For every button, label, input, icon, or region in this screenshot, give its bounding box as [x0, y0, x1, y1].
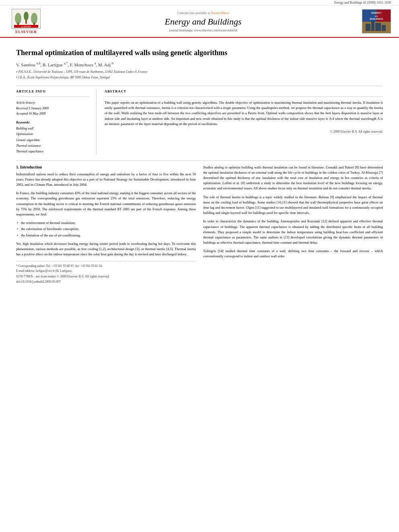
article-history: Article history: Received 3 January 2009… [16, 100, 90, 117]
footnote-email: E-mail address: lartigue@cict.fr (B. Lar… [16, 269, 196, 273]
svg-rect-13 [366, 24, 370, 31]
col-left: 1. Introduction Industrialized nations n… [16, 165, 196, 284]
footnote-star: * Corresponding author. Tel.: +33 561 55… [16, 264, 196, 269]
svg-point-1 [15, 13, 21, 24]
svg-point-5 [24, 12, 29, 21]
footer-doi: doi:10.1016/j.enbuild.2009.05.007 [16, 280, 196, 283]
svg-text:BUILDINGS: BUILDINGS [370, 18, 383, 20]
journal-homepage: journal homepage: www.elsevier.com/locat… [44, 29, 362, 32]
section1-heading: 1. Introduction [16, 165, 196, 169]
aff-text-1: P.H.A.S.E., Université de Toulouse – UPS… [19, 70, 148, 74]
footer-issn: 0378-7788/$ – see front matter © 2009 El… [16, 275, 196, 278]
elsevier-text: ELSEVIER [15, 30, 37, 34]
kw-4: Thermal resistance [16, 143, 90, 149]
journal-title-center: Contents lists available at ScienceDirec… [44, 11, 362, 32]
right-para3: In order to characterize the dynamics of… [203, 219, 383, 245]
elsevier-logo-box: ELSEVIER [12, 9, 41, 29]
aff-text-2: I.E.A., École Supérieure Polytechnique, … [19, 75, 110, 80]
section-divider [16, 86, 383, 86]
right-para2: The role of thermal inertia in buildings… [203, 195, 383, 216]
article-footer: * Corresponding author. Tel.: +33 561 55… [16, 261, 196, 283]
abstract-label: Abstract [105, 89, 383, 93]
bullet-3: the limitation of the use of air-conditi… [16, 233, 196, 238]
aff-line-2: b I.E.A., École Supérieure Polytechnique… [16, 75, 383, 80]
citation-line: Energy and Buildings 41 (2009) 1031–1036 [0, 0, 399, 6]
body-columns: 1. Introduction Industrialized nations n… [16, 165, 383, 284]
elsevier-logo: ELSEVIER ELSEVIER [8, 9, 44, 34]
affiliations: a P.H.A.S.E., Université de Toulouse – U… [16, 70, 383, 80]
body-para2: In France, the building industry consume… [16, 191, 196, 217]
keywords-section: Keywords: Building wall Optimization Gen… [16, 121, 90, 155]
journal-cover: ENERGY AND BUILDINGS [362, 9, 391, 33]
copyright-line: © 2009 Elsevier B.V. All rights reserved… [105, 130, 383, 134]
page-wrapper: Energy and Buildings 41 (2009) 1031–1036 [0, 0, 399, 532]
article-content: Thermal optimization of multilayered wal… [0, 38, 399, 292]
svg-rect-16 [382, 25, 386, 31]
aff-line-1: a P.H.A.S.E., Université de Toulouse – U… [16, 70, 383, 74]
right-para1: Studies aiming to optimize building wall… [203, 165, 383, 191]
svg-rect-6 [25, 20, 27, 24]
citation-text: Energy and Buildings 41 (2009) 1031–1036 [334, 1, 391, 4]
svg-point-3 [31, 13, 37, 24]
keywords-list: Building wall Optimization Genetic algor… [16, 126, 90, 155]
bullet-2: the valorization of bioclimatic concepti… [16, 226, 196, 232]
article-info-label: Article Info [16, 89, 90, 93]
section1-num: 1. [16, 165, 19, 169]
kw-1: Building wall [16, 126, 90, 131]
info-divider [16, 97, 90, 97]
received-date: Received 3 January 2009 [16, 106, 90, 111]
svg-rect-15 [375, 23, 381, 31]
svg-rect-14 [371, 21, 374, 31]
svg-text:AND: AND [375, 15, 378, 17]
abstract-divider [105, 97, 383, 97]
sciencedirect-link[interactable]: ScienceDirect [211, 11, 229, 15]
body-para3: Yet, high insulation which decreases hea… [16, 241, 196, 257]
article-title: Thermal optimization of multilayered wal… [16, 48, 383, 58]
abstract-text: This paper reports on an optimization of… [105, 100, 383, 127]
elsevier-tree-icon: ELSEVIER [12, 10, 40, 28]
col-right: Studies aiming to optimize building wall… [203, 165, 383, 284]
bullet-1: the reinforcement of thermal insulation; [16, 220, 196, 226]
accepted-date: Accepted 16 May 2009 [16, 111, 90, 117]
svg-text:ELSEVIER: ELSEVIER [21, 25, 31, 28]
svg-text:ENERGY: ENERGY [371, 12, 381, 14]
body-divider [16, 160, 383, 161]
header-banner: ELSEVIER ELSEVIER Contents lists availab… [0, 6, 399, 38]
kw-2: Optimization [16, 131, 90, 137]
journal-cover-image: ENERGY AND BUILDINGS [362, 10, 391, 33]
journal-main-title: Energy and Buildings [44, 16, 362, 27]
authors-line: V. Sambou a,b, B. Lartigue a,*, F. Monch… [16, 62, 383, 67]
bullet-list: the reinforcement of thermal insulation;… [16, 220, 196, 238]
info-section: Article Info Article history: Received 3… [16, 89, 383, 155]
kw-5: Thermal capacitance [16, 149, 90, 154]
section1-title: Introduction [20, 165, 42, 169]
keywords-label: Keywords: [16, 121, 90, 124]
body-para1: Industrialized nations need to reduce th… [16, 172, 196, 188]
article-info-box: Article Info Article history: Received 3… [16, 89, 97, 155]
right-para4: Tsilingris [14] studied thermal time con… [203, 249, 383, 259]
abstract-box: Abstract This paper reports on an optimi… [105, 89, 383, 155]
history-label: Article history: [16, 100, 90, 106]
contents-line: Contents lists available at ScienceDirec… [44, 11, 362, 15]
contents-text: Contents lists available at [177, 11, 210, 15]
kw-3: Genetic algorithm [16, 138, 90, 143]
